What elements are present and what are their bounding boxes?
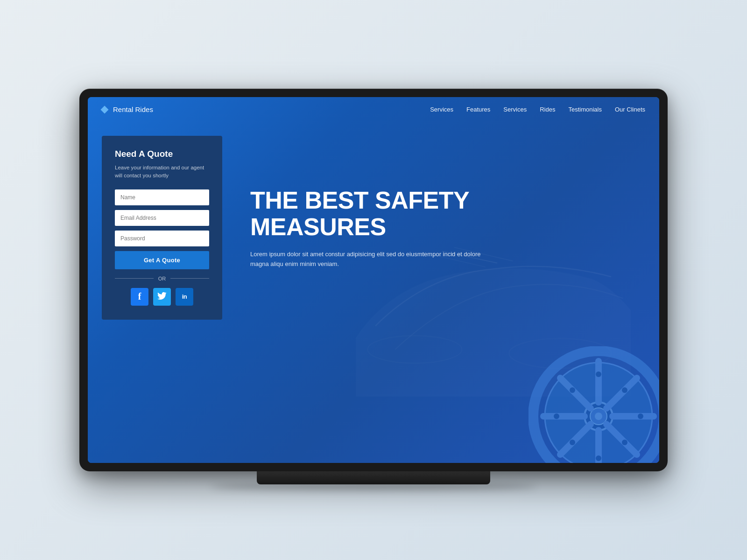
twitter-button[interactable]	[153, 288, 171, 306]
or-divider: OR	[115, 276, 209, 281]
nav-link-services-2[interactable]: Services	[503, 106, 527, 113]
screen: Rental Rides Services Features Services …	[88, 97, 659, 463]
hero-heading: THE BEST SAFETY MEASURES	[250, 187, 645, 240]
nav-links: Services Features Services Rides Testimo…	[430, 106, 645, 113]
nav-link-testimonials[interactable]: Testimonials	[568, 106, 602, 113]
navbar: Rental Rides Services Features Services …	[88, 97, 659, 122]
password-input[interactable]	[115, 231, 209, 246]
hero-heading-line1: THE BEST SAFETY	[250, 187, 469, 214]
device-frame: Rental Rides Services Features Services …	[79, 89, 668, 471]
brand-name: Rental Rides	[113, 105, 153, 113]
nav-link-features[interactable]: Features	[466, 106, 490, 113]
hero-heading-line2: MEASURES	[250, 213, 386, 240]
facebook-icon: f	[138, 291, 141, 302]
twitter-icon	[157, 292, 167, 301]
quote-card: Need A Quote Leave your information and …	[102, 136, 222, 320]
hero-paragraph: Lorem ipsum dolor sit amet constur adipi…	[250, 250, 484, 269]
facebook-button[interactable]: f	[131, 288, 148, 306]
nav-link-rides[interactable]: Rides	[540, 106, 555, 113]
brand: Rental Rides	[102, 105, 153, 113]
linkedin-icon: in	[182, 293, 187, 300]
or-line-right	[170, 278, 209, 279]
main-content: Need A Quote Leave your information and …	[88, 122, 659, 460]
email-input[interactable]	[115, 210, 209, 226]
nav-link-services-1[interactable]: Services	[430, 106, 453, 113]
or-line-left	[115, 278, 154, 279]
quote-card-title: Need A Quote	[115, 149, 209, 159]
brand-diamond-icon	[101, 105, 109, 113]
nav-link-clients[interactable]: Our Clinets	[615, 106, 645, 113]
linkedin-button[interactable]: in	[176, 288, 193, 306]
or-text: OR	[158, 276, 166, 281]
hero-text-section: THE BEST SAFETY MEASURES Lorem ipsum dol…	[241, 131, 645, 269]
name-input[interactable]	[115, 189, 209, 205]
get-quote-button[interactable]: Get A Quote	[115, 251, 209, 269]
social-buttons: f in	[115, 288, 209, 306]
quote-card-subtitle: Leave your information and our agent wil…	[115, 164, 209, 180]
